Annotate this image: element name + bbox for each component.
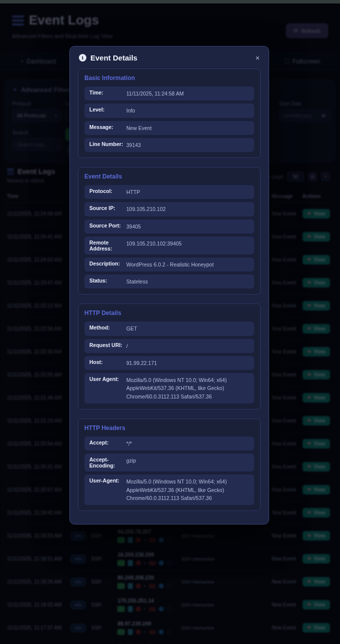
- modal-section-event-details: Event DetailsProtocol:HTTPSource IP:109.…: [78, 167, 261, 294]
- detail-value: Stateless: [126, 278, 148, 286]
- detail-value: WordPress 6.0.2 - Realistic Honeypot: [126, 260, 214, 268]
- detail-label: User-Agent:: [89, 478, 126, 484]
- detail-label: Source Port:: [89, 222, 126, 228]
- detail-label: Status:: [89, 278, 126, 284]
- detail-label: Source IP:: [89, 205, 126, 211]
- detail-value: */*: [126, 440, 132, 448]
- detail-value: Mozilla/5.0 (Windows NT 10.0; Win64; x64…: [126, 376, 249, 400]
- detail-value: gzip: [126, 456, 136, 464]
- detail-row: Remote Address:109.105.210.102:39405: [84, 236, 254, 254]
- detail-label: Accept:: [89, 440, 126, 446]
- detail-label: Protocol:: [89, 188, 126, 194]
- detail-label: Request URI:: [89, 342, 126, 348]
- detail-value: New Event: [126, 124, 152, 132]
- detail-row: Request URI:/: [84, 339, 254, 353]
- detail-label: Description:: [89, 260, 126, 266]
- detail-value: /: [126, 342, 128, 350]
- section-title: Event Details: [84, 173, 254, 180]
- modal-section-basic-information: Basic InformationTime:11/11/2025, 11:24:…: [78, 68, 261, 158]
- window-top-strip: [0, 0, 340, 4]
- detail-row: Level:Info: [84, 104, 254, 118]
- section-title: HTTP Headers: [84, 424, 254, 432]
- modal-section-http-headers: HTTP HeadersAccept:*/*Accept-Encoding:gz…: [78, 418, 261, 511]
- detail-value: 91.99.22.171: [126, 359, 157, 367]
- detail-row: Protocol:HTTP: [84, 185, 254, 199]
- detail-value: 109.105.210.102: [126, 205, 166, 213]
- detail-value: Mozilla/5.0 (Windows NT 10.0; Win64; x64…: [126, 478, 249, 502]
- detail-label: Time:: [89, 90, 126, 96]
- detail-value: 39405: [126, 222, 141, 230]
- detail-row: User Agent:Mozilla/5.0 (Windows NT 10.0;…: [84, 373, 254, 404]
- detail-value: 39143: [126, 141, 141, 149]
- detail-label: Remote Address:: [89, 240, 126, 252]
- modal-header: i Event Details ×: [70, 46, 269, 68]
- detail-value: 11/11/2025, 11:24:58 AM: [126, 90, 184, 98]
- detail-row: Time:11/11/2025, 11:24:58 AM: [84, 86, 254, 100]
- detail-row: Host:91.99.22.171: [84, 356, 254, 370]
- detail-row: User-Agent:Mozilla/5.0 (Windows NT 10.0;…: [84, 474, 254, 505]
- detail-value: HTTP: [126, 188, 140, 196]
- detail-row: Method:GET: [84, 322, 254, 336]
- detail-row: Source Port:39405: [84, 220, 254, 234]
- detail-row: Message:New Event: [84, 121, 254, 135]
- info-icon: i: [79, 54, 86, 62]
- detail-row: Source IP:109.105.210.102: [84, 202, 254, 216]
- detail-label: User Agent:: [89, 376, 126, 382]
- detail-label: Message:: [89, 124, 126, 130]
- detail-label: Line Number:: [89, 141, 126, 147]
- detail-label: Accept-Encoding:: [89, 456, 126, 468]
- close-icon[interactable]: ×: [256, 54, 260, 62]
- detail-row: Status:Stateless: [84, 274, 254, 288]
- detail-label: Host:: [89, 359, 126, 365]
- detail-value: GET: [126, 324, 137, 332]
- detail-value: 109.105.210.102:39405: [126, 240, 182, 248]
- section-title: HTTP Details: [84, 310, 254, 316]
- detail-label: Method:: [89, 324, 126, 330]
- section-title: Basic Information: [84, 74, 254, 82]
- event-details-modal: i Event Details × Basic InformationTime:…: [69, 46, 269, 524]
- detail-row: Line Number:39143: [84, 138, 254, 152]
- detail-row: Accept:*/*: [84, 436, 254, 450]
- detail-label: Level:: [89, 106, 126, 112]
- modal-title: Event Details: [90, 54, 137, 62]
- detail-row: Description:WordPress 6.0.2 - Realistic …: [84, 258, 254, 272]
- detail-row: Accept-Encoding:gzip: [84, 454, 254, 472]
- modal-section-http-details: HTTP DetailsMethod:GETRequest URI:/Host:…: [78, 304, 261, 410]
- detail-value: Info: [126, 106, 135, 114]
